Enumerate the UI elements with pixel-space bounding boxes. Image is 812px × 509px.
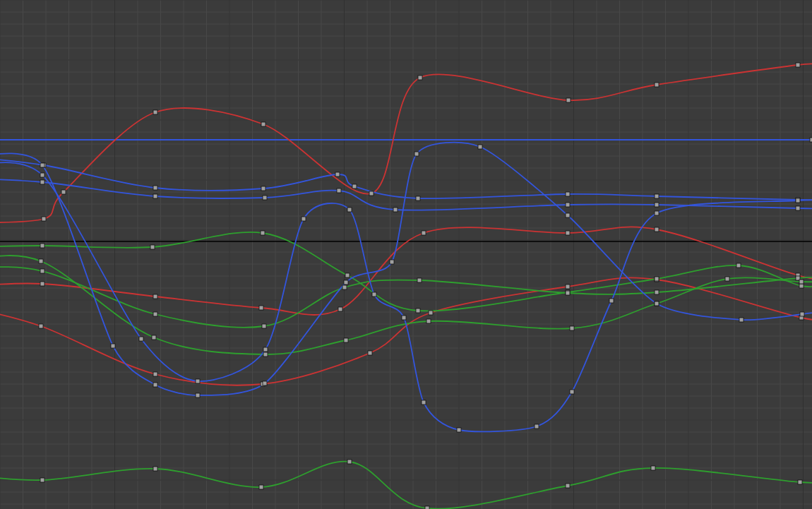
keyframe-handle[interactable] [347,460,352,464]
keyframe-handle[interactable] [153,383,157,387]
keyframe-handle[interactable] [655,203,659,207]
keyframe-handle[interactable] [40,180,44,184]
keyframe-handle[interactable] [566,285,570,289]
keyframe-handle[interactable] [369,191,374,196]
keyframe-handle[interactable] [40,269,44,273]
keyframe-handle[interactable] [40,173,44,177]
keyframe-handle[interactable] [39,324,43,328]
keyframe-handle[interactable] [344,280,348,285]
keyframe-handle[interactable] [725,277,729,281]
keyframe-handle[interactable] [655,211,659,215]
keyframe-handle[interactable] [153,194,157,198]
keyframe-handle[interactable] [799,284,804,288]
keyframe-handle[interactable] [344,338,348,342]
keyframe-handle[interactable] [609,299,614,303]
keyframe-handle[interactable] [139,337,143,341]
keyframe-handle[interactable] [153,110,157,114]
keyframe-handle[interactable] [342,285,347,289]
keyframe-handle[interactable] [345,273,350,277]
keyframe-handle[interactable] [739,318,744,322]
keyframe-handle[interactable] [150,245,155,249]
keyframe-handle[interactable] [152,335,156,340]
keyframe-handle[interactable] [655,290,659,294]
keyframe-handle[interactable] [416,309,420,313]
keyframe-handle[interactable] [429,311,433,315]
keyframe-handle[interactable] [111,344,115,348]
keyframe-handle[interactable] [796,206,800,210]
keyframe-handle[interactable] [347,208,352,212]
keyframe-handle[interactable] [261,122,265,126]
keyframe-handle[interactable] [566,98,571,102]
keyframe-handle[interactable] [61,190,66,194]
keyframe-handle[interactable] [390,260,394,264]
keyframe-handle[interactable] [352,184,357,188]
keyframe-handle[interactable] [570,326,574,330]
keyframe-handle[interactable] [42,217,46,221]
keyframe-handle[interactable] [426,319,431,323]
keyframe-handle[interactable] [261,186,265,191]
keyframe-handle[interactable] [655,277,659,281]
keyframe-handle[interactable] [153,312,157,316]
keyframe-handle[interactable] [368,351,372,355]
keyframe-handle[interactable] [566,291,570,295]
keyframe-handle[interactable] [263,347,268,352]
keyframe-handle[interactable] [338,307,342,311]
keyframe-handle[interactable] [196,379,200,383]
keyframe-handle[interactable] [40,282,44,286]
keyframe-handle[interactable] [736,263,741,268]
keyframe-handle[interactable] [655,83,659,87]
keyframe-handle[interactable] [153,186,157,190]
canvas-bg [0,0,812,509]
keyframe-handle[interactable] [262,324,266,328]
keyframe-handle[interactable] [799,280,804,284]
keyframe-handle[interactable] [535,424,539,429]
keyframe-handle[interactable] [566,231,570,235]
keyframe-handle[interactable] [651,466,655,470]
keyframe-handle[interactable] [566,203,570,207]
keyframe-handle[interactable] [417,278,422,282]
keyframe-handle[interactable] [418,76,422,80]
keyframe-handle[interactable] [566,484,570,488]
keyframe-handle[interactable] [655,194,659,198]
keyframe-handle[interactable] [153,294,157,299]
keyframe-handle[interactable] [655,301,659,306]
keyframe-handle[interactable] [263,381,267,385]
keyframe-handle[interactable] [800,312,804,316]
keyframe-handle[interactable] [402,316,406,320]
keyframe-handle[interactable] [566,192,570,196]
keyframe-handle[interactable] [372,292,376,297]
keyframe-handle[interactable] [39,259,43,263]
keyframe-handle[interactable] [263,196,267,200]
keyframe-handle[interactable] [335,172,340,176]
keyframe-handle[interactable] [196,393,200,397]
keyframe-handle[interactable] [796,63,800,67]
keyframe-handle[interactable] [796,198,800,203]
keyframe-handle[interactable] [416,196,420,200]
keyframe-handle[interactable] [457,428,461,432]
keyframe-handle[interactable] [40,244,44,248]
keyframe-handle[interactable] [263,352,268,357]
keyframe-handle[interactable] [153,467,157,471]
keyframe-handle[interactable] [40,478,44,482]
keyframe-handle[interactable] [301,217,306,221]
keyframe-handle[interactable] [422,231,426,235]
keyframe-handle[interactable] [414,152,419,156]
keyframe-handle[interactable] [422,400,426,405]
keyframe-handle[interactable] [570,390,574,394]
keyframe-handle[interactable] [478,145,482,149]
keyframe-handle[interactable] [655,227,659,232]
keyframe-handle[interactable] [337,188,341,193]
graph-editor-canvas[interactable] [0,0,812,509]
keyframe-handle[interactable] [566,213,570,217]
keyframe-handle[interactable] [393,208,398,212]
keyframe-handle[interactable] [425,506,429,509]
keyframe-handle[interactable] [261,231,265,235]
keyframe-handle[interactable] [153,372,157,376]
keyframe-handle[interactable] [259,485,263,489]
keyframe-handle[interactable] [798,480,802,484]
keyframe-handle[interactable] [40,163,44,167]
keyframe-handle[interactable] [259,306,263,310]
